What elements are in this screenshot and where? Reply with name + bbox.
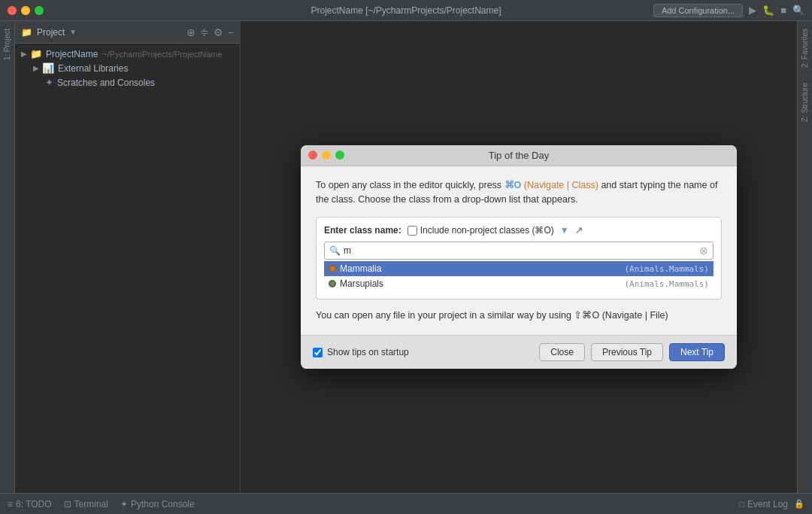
sidebar-tab-favorites[interactable]: 2: Favorites: [798, 21, 811, 75]
class-dot-orange: [329, 265, 336, 272]
terminal-label: Terminal: [74, 499, 108, 509]
sidebar-tab-structure[interactable]: Z: Structure: [798, 75, 811, 129]
dialog-body: To open any class in the editor quickly,…: [301, 166, 737, 335]
bottom-bar-todo[interactable]: ≡ 6: TODO: [8, 499, 52, 509]
event-log-item[interactable]: □ Event Log: [739, 499, 788, 509]
toolbar-icons: ▶ 🐛 ■ 🔍: [749, 5, 804, 16]
dialog-overlay: Tip of the Day To open any class in the …: [241, 21, 797, 493]
maximize-button[interactable]: [35, 6, 44, 15]
search-input-text[interactable]: m: [344, 245, 696, 256]
sidebar-tab-project[interactable]: 1: Project: [1, 21, 14, 68]
project-panel: 📁 Project ▼ ⊕ ≑ ⚙ − ▶ 📁 ProjectName ~/Py…: [15, 21, 241, 493]
results-list: Mammalia (Animals.Mammals) Marsupials (A…: [324, 261, 714, 291]
panel-header: 📁 Project ▼ ⊕ ≑ ⚙ −: [15, 21, 240, 44]
sync-icon[interactable]: ⊕: [186, 26, 195, 38]
minimize-button[interactable]: [21, 6, 30, 15]
tree-item-label: External Libraries: [58, 63, 128, 74]
scratch-icon: ✦: [45, 77, 53, 88]
dialog-window-controls[interactable]: [308, 151, 344, 160]
class-name-label: Enter class name:: [324, 225, 401, 236]
nav-class-text: (Navigate | Class): [524, 180, 598, 190]
event-log-icon: □: [739, 499, 744, 509]
result-item-marsupials[interactable]: Marsupials (Animals.Mammals): [324, 276, 714, 291]
settings-icon[interactable]: ⚙: [214, 26, 223, 38]
include-non-project-checkbox[interactable]: [408, 226, 417, 236]
close-button[interactable]: Close: [539, 343, 585, 361]
panel-dropdown-icon[interactable]: ▼: [69, 28, 77, 36]
python-icon: ✦: [120, 499, 128, 509]
search-input-row: 🔍 m ⊗: [324, 242, 714, 260]
tree-arrow: ▶: [33, 64, 39, 72]
tip-text-2: You can open any file in your project in…: [316, 309, 722, 323]
left-sidebar-tabs: 1: Project: [0, 21, 15, 493]
tree-item-label: Scratches and Consoles: [57, 78, 155, 88]
show-tips-text: Show tips on startup: [327, 347, 409, 357]
event-log-label: Event Log: [747, 499, 788, 509]
footer-buttons: Close Previous Tip Next Tip: [539, 343, 725, 361]
project-tree: ▶ 📁 ProjectName ~/PycharmProjects/Projec…: [15, 44, 240, 493]
tree-item-scratches[interactable]: ✦ Scratches and Consoles: [15, 75, 240, 90]
tree-item-label: ProjectName: [46, 49, 98, 59]
include-non-project-label: Include non-project classes (⌘O): [408, 225, 554, 236]
class-dot-green: [329, 280, 336, 287]
bottom-bar-python[interactable]: ✦ Python Console: [120, 499, 195, 509]
bottom-bar-right: □ Event Log 🔒: [739, 499, 804, 509]
result-left: Mammalia: [329, 263, 381, 274]
dialog-maximize-button[interactable]: [335, 151, 344, 160]
todo-icon: ≡: [8, 499, 13, 509]
dialog-close-button[interactable]: [308, 151, 317, 160]
panel-title: Project: [37, 27, 65, 38]
filter-icon[interactable]: ▼: [560, 225, 569, 236]
class-name-header: Enter class name: Include non-project cl…: [324, 225, 714, 236]
terminal-icon: ⊡: [64, 499, 71, 509]
tip-dialog: Tip of the Day To open any class in the …: [301, 145, 737, 369]
run-icon[interactable]: ▶: [749, 5, 756, 16]
stop-icon[interactable]: ■: [780, 5, 786, 16]
arrow-icon: ↗: [575, 225, 583, 236]
include-non-project-text: Include non-project classes (⌘O): [420, 225, 554, 236]
next-tip-button[interactable]: Next Tip: [669, 343, 725, 361]
todo-label: 6: TODO: [16, 499, 52, 509]
shortcut-cmd-o: ⌘O: [504, 180, 522, 190]
window-title: ProjectName [~/PycharmProjects/ProjectNa…: [311, 5, 501, 16]
class-name-section: Enter class name: Include non-project cl…: [316, 217, 722, 300]
nav-file-text: (Navigate | File): [602, 310, 668, 321]
bottom-bar-terminal[interactable]: ⊡ Terminal: [64, 499, 108, 509]
tree-item-root[interactable]: ▶ 📁 ProjectName ~/PycharmProjects/Projec…: [15, 47, 240, 61]
window-controls[interactable]: [8, 6, 44, 15]
panel-header-left: 📁 Project ▼: [21, 27, 77, 38]
dialog-title: Tip of the Day: [489, 150, 549, 161]
dialog-footer: Show tips on startup Close Previous Tip …: [301, 335, 737, 369]
lock-icon: 🔒: [794, 499, 804, 509]
close-panel-icon[interactable]: −: [228, 26, 234, 38]
previous-tip-button[interactable]: Previous Tip: [591, 343, 663, 361]
bottom-bar: ≡ 6: TODO ⊡ Terminal ✦ Python Console □ …: [0, 493, 812, 514]
result-item-mammalia[interactable]: Mammalia (Animals.Mammals): [324, 261, 714, 276]
shortcut-shift-cmd-o: ⇧⌘O: [574, 310, 599, 321]
folder-icon: 📁: [30, 48, 42, 59]
tree-item-path: ~/PycharmProjects/ProjectName: [102, 50, 222, 59]
title-bar: ProjectName [~/PycharmProjects/ProjectNa…: [0, 0, 812, 21]
add-configuration-button[interactable]: Add Configuration...: [653, 4, 743, 17]
panel-header-icons: ⊕ ≑ ⚙ −: [186, 26, 234, 38]
tree-item-external[interactable]: ▶ 📊 External Libraries: [15, 61, 240, 75]
search-icon[interactable]: 🔍: [792, 5, 804, 16]
dialog-title-bar: Tip of the Day: [301, 145, 737, 166]
debug-icon[interactable]: 🐛: [762, 5, 774, 16]
close-button[interactable]: [8, 6, 17, 15]
result-path: (Animals.Mammals): [624, 279, 709, 289]
result-left: Marsupials: [329, 278, 383, 289]
show-tips-checkbox[interactable]: [313, 348, 323, 357]
main-layout: 1: Project 📁 Project ▼ ⊕ ≑ ⚙ − ▶ 📁 Proje…: [0, 21, 812, 493]
tree-arrow: ▶: [21, 50, 27, 58]
right-sidebar-tabs: 2: Favorites Z: Structure: [797, 21, 812, 493]
title-bar-right: Add Configuration... ▶ 🐛 ■ 🔍: [653, 4, 804, 17]
dialog-minimize-button[interactable]: [322, 151, 331, 160]
library-icon: 📊: [42, 62, 54, 74]
collapse-icon[interactable]: ≑: [200, 26, 209, 38]
search-icon: 🔍: [329, 245, 341, 256]
result-name: Marsupials: [340, 278, 383, 289]
search-clear-icon[interactable]: ⊗: [699, 245, 708, 257]
tip-text-1: To open any class in the editor quickly,…: [316, 178, 722, 207]
result-name: Mammalia: [340, 263, 381, 274]
